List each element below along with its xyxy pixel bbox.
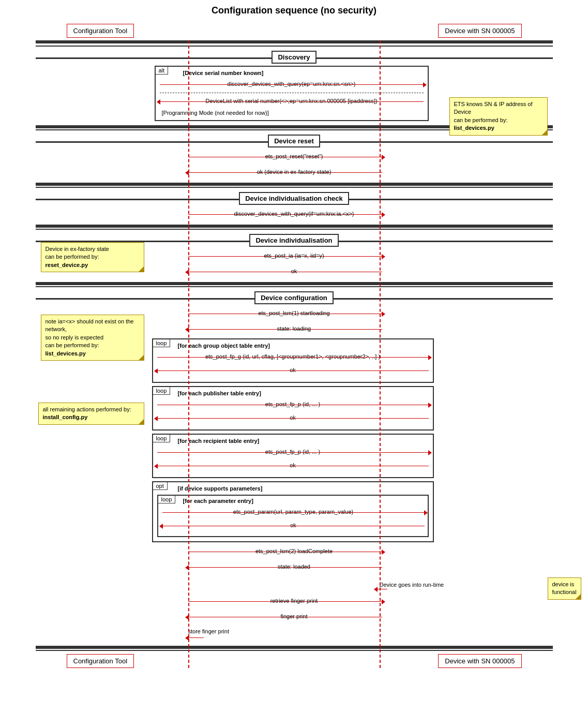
sep3-bot [36,229,553,230]
ok-loop4-row: ok [162,520,425,532]
opt-condition: [if device supports parameters] [178,485,429,492]
loop3-condition: [for each recipient table entry] [178,438,429,444]
runtime-label: Device goes into run-time [380,582,444,588]
loop3-frame: loop [for each recipient table entry] et… [152,434,434,478]
ok-loop4-arrow [162,526,425,526]
sep2-bot [36,187,553,188]
lsm1-label: ets_post_lsm(1) startloading [209,310,380,316]
finger-print-row: finger print [36,611,553,623]
ok-loop1-arrow [157,370,429,371]
finger-print-arrowhead [185,615,189,620]
alt-frame: alt [Device serial number known] discove… [155,66,429,121]
loop2-condition: [for each publisher table entry] [178,390,429,396]
param-label: ets_post_param(url, param_type, param_va… [162,509,425,515]
state-loading-label: state: loading [209,325,380,332]
lifeline-left-top: Configuration Tool [67,24,134,38]
fp-g-row: ets_post_fp_g (id, url, cflag, [<groupnu… [157,351,429,363]
fp-p1-label: ets_post_fp_p (id, ... ) [157,401,429,407]
sep-bottom-bot [36,650,553,651]
fp-g-arrow [157,357,429,358]
loop2-frame: loop [for each publisher table entry] et… [152,386,434,431]
ok-loop4-label: ok [162,522,425,528]
ets-post-ia-arrowhead [382,254,385,259]
alt-separator [160,93,424,93]
ok1-label: ok [209,268,380,274]
ok-loop3-label: ok [157,462,429,468]
store-fp-arrow [188,637,204,638]
ok-loop2-label: ok [157,414,429,421]
device-reset-label: Device reset [268,135,320,147]
discover-ia-row: discover_devices_with_query(if=urn:knx:i… [36,208,553,220]
dev-ind-check-bar: Device individualisation check [36,192,553,205]
dev-config-bar: Device configuration [36,291,553,304]
ok-loop1-label: ok [157,367,429,373]
retrieve-fp-row: retrieve finger print [36,595,553,607]
device-list-label: DeviceList with serial number(<>;ep=urn:… [160,98,424,104]
loop1-label: loop [153,339,171,347]
opt-frame: opt [if device supports parameters] loop… [152,481,434,542]
fp-g-label: ets_post_fp_g (id, url, cflag, [<groupnu… [157,353,429,360]
loop2-label: loop [153,387,171,395]
device-list-arrow-row: DeviceList with serial number(<>;ep=urn:… [160,95,424,108]
discover-query-arrow [160,84,424,85]
fp-p1-arrow [157,405,429,405]
dev-ind-label: Device individualisation [249,234,338,247]
retrieve-fp-arrowhead [382,599,385,604]
discovery-label: Discovery [272,51,316,64]
discovery-section-bar: Discovery [36,51,553,64]
ok-loop2-arrow [157,418,429,419]
store-fp-arrowhead [185,635,189,641]
retrieve-fp-label: retrieve finger print [209,598,380,604]
state-loading-arrowhead [185,327,189,332]
lifeline-header-bottom: Configuration Tool Device with SN 000005 [36,654,553,668]
ok-loop2-row: ok [157,412,429,424]
lsm2-label: ets_post_lsm(2) loadComplete [209,548,380,554]
lsm2-arrowhead [382,550,385,555]
loop3-label: loop [153,434,171,442]
lifeline-right-top: Device with SN 000005 [438,24,521,38]
finger-print-label: finger print [209,613,380,619]
device-reset-section-bar: Device reset [36,135,553,147]
runtime-arrowhead [374,587,378,592]
loop1-condition: [for each group object table entry] [178,343,429,349]
loop4-frame: loop [for each parameter entry] ets_post… [157,495,429,537]
sep4-bot [36,286,553,287]
opt-label: opt [153,482,168,490]
ok-ex-factory-row: ok (device in ex-factory state) [36,166,553,179]
lsm2-row: ets_post_lsm(2) loadComplete [36,545,553,558]
param-arrow [162,512,425,513]
lifeline-header-top: Configuration Tool Device with SN 000005 [36,24,553,38]
ets-post-ia-label: ets_post_ia (ia=x, iid=y) [209,253,380,259]
ok-ex-factory-arrowhead [185,170,189,175]
runtime-row: Device goes into run-time device is func… [36,576,553,592]
store-fp-row: store finger print [36,626,553,642]
store-fp-label: store finger print [188,628,229,634]
param-row: ets_post_param(url, param_type, param_va… [162,506,425,518]
fp-p2-arrow [157,452,429,453]
sep3-top [36,225,553,228]
sep4-top [36,282,553,285]
ok1-arrowhead [185,270,189,275]
ok-loop3-row: ok [157,459,429,472]
programming-mode-label: [Programming Mode (not needed for now)] [160,110,424,116]
ok-loop3-arrow [157,466,429,466]
discover-query-label: discover_devices_with_query(ep=urn:knx:s… [160,81,424,87]
dev-config-label: Device configuration [254,291,334,304]
ok-loop1-row: ok [157,364,429,377]
ets-post-reset-arrowhead [382,155,385,160]
ets-post-reset-label: ets_post_reset("reset") [209,153,380,159]
state-loaded-label: state: loaded [209,563,380,570]
discover-ia-label: discover_devices_with_query(if=urn:knx:i… [209,211,380,217]
discover-ia-arrowhead [382,212,385,217]
state-loaded-arrowhead [185,565,189,570]
device-list-arrow [160,101,424,102]
sep-bottom-top [36,646,553,649]
fp-p2-row: ets_post_fp_p (id, ... ) [157,446,429,458]
alt-frame-label: alt [155,66,169,75]
loop1-frame: loop [for each group object table entry]… [152,338,434,383]
alt-condition: [Device serial number known] [183,70,424,76]
dev-ind-check-label: Device individualisation check [239,192,349,205]
runtime-arrow [377,589,387,589]
lifeline-left-bottom: Configuration Tool [67,654,134,668]
fp-p1-row: ets_post_fp_p (id, ... ) [157,398,429,411]
